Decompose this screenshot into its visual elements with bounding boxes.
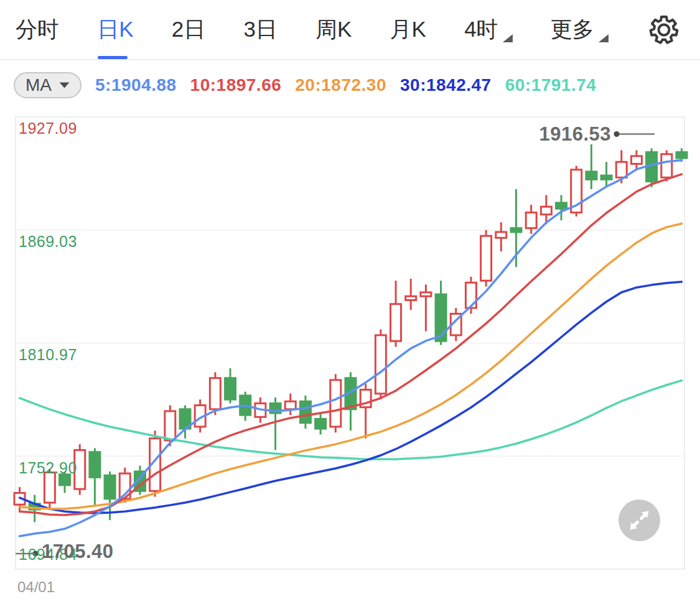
low-price-annotation: 1705.40 — [42, 541, 114, 563]
expand-arrows-icon — [618, 499, 660, 541]
expand-chart-button[interactable] — [618, 499, 660, 541]
y-axis-tick: 1752.90 — [19, 459, 77, 477]
y-axis-tick: 1869.03 — [19, 233, 77, 251]
y-axis-tick: 1810.97 — [19, 346, 77, 364]
y-axis-tick: 1927.09 — [19, 119, 77, 137]
high-price-annotation: 1916.53 — [539, 123, 611, 146]
candlestick-chart[interactable] — [0, 0, 700, 604]
kline-app: 分时 日K 2日 3日 周K 月K 4时 更多 MA 5:1904.88 10:… — [0, 0, 700, 604]
x-axis-date-label: 04/01 — [17, 578, 55, 596]
